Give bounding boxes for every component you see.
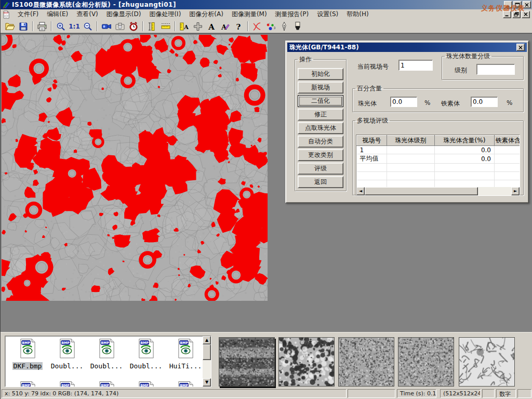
document-icon[interactable]: DOC — [2, 10, 10, 19]
op-button-7[interactable]: 更改类别 — [298, 149, 343, 161]
move-cross-icon[interactable] — [191, 20, 205, 32]
table-cell: 0.0 — [435, 154, 495, 164]
curve-tool-icon[interactable] — [250, 20, 264, 32]
file-item-row2[interactable]: BMP — [48, 381, 86, 387]
thumbnail-4[interactable] — [398, 337, 454, 387]
brush-tool-icon[interactable] — [291, 20, 304, 32]
mdi-minimize-button[interactable] — [503, 11, 511, 18]
video-camera-icon[interactable] — [100, 20, 113, 32]
op-button-9[interactable]: 返回 — [298, 176, 343, 188]
file-item-row2[interactable]: BMP — [127, 381, 165, 387]
percent-label-2: 铁素体 — [441, 99, 460, 108]
svg-text:?: ? — [236, 22, 241, 31]
menu-image-display[interactable]: 图像显示(D) — [102, 9, 145, 20]
file-item-row2[interactable]: BMP — [8, 381, 47, 387]
dialog-title: 珠光体(GB/T9441-88) — [289, 43, 359, 52]
grading-group-label: 珠光体数量分级 — [445, 52, 491, 61]
pen-tool-icon[interactable] — [277, 20, 291, 32]
dialog-close-button[interactable] — [516, 44, 525, 51]
table-header-3: 珠光体含量(%) — [435, 136, 495, 146]
actual-size-icon-label: 1:1 — [69, 23, 80, 30]
menu-settings[interactable]: 设置(S) — [313, 9, 342, 20]
svg-text:A: A — [208, 22, 215, 31]
op-button-8[interactable]: 评级 — [298, 163, 343, 175]
specimen-image[interactable] — [2, 35, 268, 301]
mdi-close-button[interactable] — [522, 11, 530, 18]
window-titlebar[interactable]: IS100显微摄像系统(金相分析版) - [zhuguangti01] — [1, 0, 532, 9]
dialog-body: 操作 初始化新视场二值化修正点取珠光体自动分类更改类别评级返回 当前视场号 珠光… — [287, 52, 527, 202]
menu-edit[interactable]: 编辑(E) — [43, 9, 72, 20]
file-item-5[interactable]: BMPHuiTi... — [166, 338, 205, 370]
ruler-icon[interactable] — [159, 20, 172, 32]
rating-table[interactable]: 视场号珠光体级别珠光体含量(%)铁素体含量(%)10.0平均值0.0 — [356, 135, 520, 189]
window-close-button[interactable] — [523, 1, 531, 8]
file-list[interactable]: BMPBMPBMPBMPBMPBMPHuiTi...BMPDoubl...BMP… — [5, 336, 211, 387]
menu-view[interactable]: 查看(V) — [72, 9, 102, 20]
menu-image-analysis[interactable]: 图像分析(A) — [185, 9, 228, 20]
filelist-vscrollbar[interactable]: ▲ ▼ — [203, 336, 211, 387]
table-hscrollbar[interactable]: ◄ ► — [356, 187, 520, 195]
marker-points-icon[interactable]: 3 — [264, 20, 277, 32]
actual-size-icon[interactable]: 1:1 — [68, 20, 81, 32]
menu-file[interactable]: 文件(F) — [14, 9, 43, 20]
op-button-1[interactable]: 初始化 — [298, 68, 343, 80]
thumbnail-3[interactable] — [338, 337, 394, 387]
table-cell — [435, 172, 495, 180]
table-cell — [495, 164, 521, 172]
print-icon[interactable] — [35, 20, 49, 32]
file-item-3[interactable]: BMPDoubl... — [87, 338, 126, 370]
timer-clock-icon[interactable] — [127, 20, 140, 32]
vscroll-up-arrow[interactable]: ▲ — [203, 336, 211, 344]
open-file-icon[interactable] — [3, 20, 17, 32]
table-row-empty[interactable] — [357, 172, 521, 180]
file-item-4[interactable]: BMPDoubl... — [127, 338, 165, 370]
save-icon[interactable] — [17, 20, 30, 32]
zoom-in-icon[interactable] — [54, 20, 68, 32]
text-annotation-icon[interactable]: A — [205, 20, 218, 32]
op-button-5[interactable]: 点取珠光体 — [298, 122, 343, 134]
mdi-restore-button[interactable] — [512, 11, 521, 18]
hscroll-left-arrow[interactable]: ◄ — [356, 187, 365, 195]
zoom-out-icon[interactable] — [81, 20, 95, 32]
vscroll-thumb[interactable] — [203, 344, 211, 360]
svg-text:BMP: BMP — [180, 341, 188, 344]
dialog-titlebar[interactable]: 珠光体(GB/T9441-88) — [287, 43, 527, 52]
edit-annotation-icon[interactable]: A — [218, 20, 232, 32]
window-maximize-button[interactable] — [513, 1, 522, 8]
hscroll-thumb[interactable] — [365, 187, 478, 195]
camera-capture-icon[interactable] — [113, 20, 127, 32]
percent-unit-1: % — [424, 99, 430, 107]
percent-input-1[interactable] — [390, 97, 417, 107]
thumbnail-2[interactable] — [278, 337, 335, 387]
thumbnail-1[interactable] — [219, 337, 275, 387]
menu-help[interactable]: 帮助(H) — [342, 9, 373, 20]
vscroll-down-arrow[interactable]: ▼ — [203, 378, 211, 387]
menu-measure-report[interactable]: 测量报告(P) — [271, 9, 313, 20]
hscroll-right-arrow[interactable]: ► — [511, 187, 520, 195]
menu-image-measure[interactable]: 图像测量(M) — [228, 9, 271, 20]
status-panel-spare-1 — [348, 389, 395, 398]
op-button-6[interactable]: 自动分类 — [298, 136, 343, 148]
op-button-2[interactable]: 新视场 — [298, 82, 343, 94]
caliper-icon[interactable] — [145, 20, 159, 32]
file-item-row2[interactable]: BMP — [87, 381, 126, 387]
percent-input-2[interactable] — [471, 97, 498, 107]
op-button-4[interactable]: 修正 — [298, 109, 343, 121]
current-field-input[interactable] — [398, 60, 433, 71]
table-row[interactable]: 平均值0.0 — [357, 154, 521, 164]
window-minimize-button[interactable] — [504, 1, 512, 8]
grade-level-input[interactable] — [476, 64, 515, 75]
file-item-2[interactable]: BMPDoubl... — [48, 338, 86, 370]
measure-label-icon[interactable]: A — [178, 20, 191, 32]
table-row-empty[interactable] — [357, 164, 521, 172]
help-icon[interactable]: ? — [232, 20, 245, 32]
table-row[interactable]: 10.0 — [357, 146, 521, 154]
op-button-3[interactable]: 二值化 — [298, 95, 343, 107]
menu-image-processing[interactable]: 图像处理(I) — [145, 9, 185, 20]
operation-buttons: 初始化新视场二值化修正点取珠光体自动分类更改类别评级返回 — [295, 64, 346, 188]
file-item-1[interactable]: BMPDKF.bmp — [8, 338, 47, 370]
toolbar-separator — [97, 21, 98, 31]
file-item-row2[interactable]: BMP — [166, 381, 205, 387]
thumbnail-5[interactable] — [459, 337, 515, 387]
hscroll-track[interactable] — [478, 187, 511, 195]
